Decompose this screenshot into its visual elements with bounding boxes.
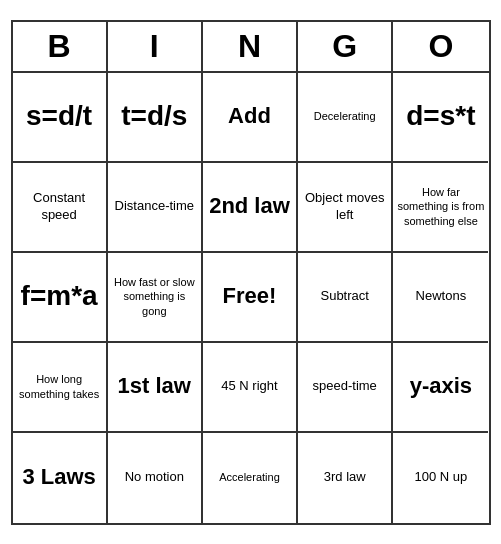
bingo-cell-24[interactable]: 100 N up	[393, 433, 488, 523]
cell-text-16: 1st law	[118, 372, 191, 401]
cell-text-5: Constant speed	[17, 190, 102, 224]
cell-text-1: t=d/s	[121, 98, 187, 134]
bingo-cell-18[interactable]: speed-time	[298, 343, 393, 433]
cell-text-14: Newtons	[416, 288, 467, 305]
cell-text-6: Distance-time	[115, 198, 194, 215]
cell-text-24: 100 N up	[415, 469, 468, 486]
bingo-cell-5[interactable]: Constant speed	[13, 163, 108, 253]
bingo-cell-11[interactable]: How fast or slow something is gong	[108, 253, 203, 343]
cell-text-21: No motion	[125, 469, 184, 486]
header-letter-o: O	[393, 22, 488, 71]
bingo-cell-15[interactable]: How long something takes	[13, 343, 108, 433]
header-letter-g: G	[298, 22, 393, 71]
bingo-grid: s=d/tt=d/sAddDeceleratingd=s*tConstant s…	[13, 73, 489, 523]
cell-text-9: How far something is from something else	[397, 185, 484, 228]
bingo-cell-16[interactable]: 1st law	[108, 343, 203, 433]
bingo-cell-21[interactable]: No motion	[108, 433, 203, 523]
cell-text-3: Decelerating	[314, 109, 376, 123]
bingo-cell-4[interactable]: d=s*t	[393, 73, 488, 163]
cell-text-19: y-axis	[410, 372, 472, 401]
bingo-header: BINGO	[13, 22, 489, 73]
bingo-cell-22[interactable]: Accelerating	[203, 433, 298, 523]
header-letter-b: B	[13, 22, 108, 71]
bingo-cell-10[interactable]: f=m*a	[13, 253, 108, 343]
bingo-cell-7[interactable]: 2nd law	[203, 163, 298, 253]
cell-text-8: Object moves left	[302, 190, 387, 224]
bingo-cell-1[interactable]: t=d/s	[108, 73, 203, 163]
cell-text-15: How long something takes	[17, 372, 102, 401]
bingo-cell-0[interactable]: s=d/t	[13, 73, 108, 163]
header-letter-i: I	[108, 22, 203, 71]
bingo-cell-9[interactable]: How far something is from something else	[393, 163, 488, 253]
cell-text-10: f=m*a	[21, 278, 98, 314]
bingo-board: BINGO s=d/tt=d/sAddDeceleratingd=s*tCons…	[11, 20, 491, 525]
bingo-cell-3[interactable]: Decelerating	[298, 73, 393, 163]
cell-text-7: 2nd law	[209, 192, 290, 221]
cell-text-23: 3rd law	[324, 469, 366, 486]
bingo-cell-13[interactable]: Subtract	[298, 253, 393, 343]
cell-text-11: How fast or slow something is gong	[112, 275, 197, 318]
bingo-cell-20[interactable]: 3 Laws	[13, 433, 108, 523]
cell-text-0: s=d/t	[26, 98, 92, 134]
cell-text-22: Accelerating	[219, 470, 280, 484]
bingo-cell-2[interactable]: Add	[203, 73, 298, 163]
cell-text-17: 45 N right	[221, 378, 277, 395]
bingo-cell-12[interactable]: Free!	[203, 253, 298, 343]
cell-text-18: speed-time	[313, 378, 377, 395]
cell-text-12: Free!	[223, 282, 277, 311]
cell-text-4: d=s*t	[406, 98, 475, 134]
cell-text-20: 3 Laws	[22, 463, 95, 492]
bingo-cell-19[interactable]: y-axis	[393, 343, 488, 433]
bingo-cell-6[interactable]: Distance-time	[108, 163, 203, 253]
bingo-cell-17[interactable]: 45 N right	[203, 343, 298, 433]
cell-text-2: Add	[228, 102, 271, 131]
bingo-cell-8[interactable]: Object moves left	[298, 163, 393, 253]
header-letter-n: N	[203, 22, 298, 71]
bingo-cell-14[interactable]: Newtons	[393, 253, 488, 343]
cell-text-13: Subtract	[320, 288, 368, 305]
bingo-cell-23[interactable]: 3rd law	[298, 433, 393, 523]
